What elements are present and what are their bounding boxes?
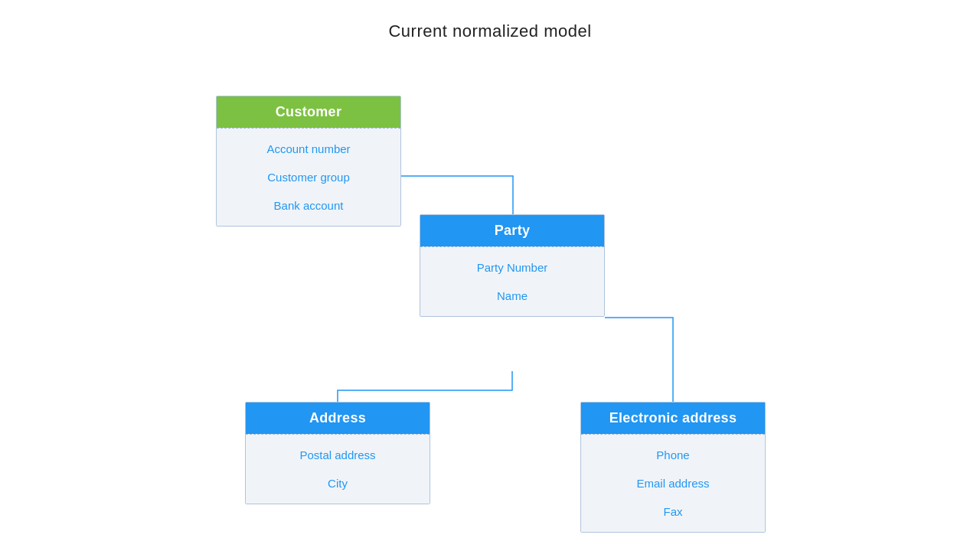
customer-to-party-line: [401, 176, 513, 214]
entity-address: Address Postal address City: [245, 402, 430, 504]
diagram-area: Customer Account number Customer group B…: [0, 54, 980, 551]
electronic-field-email: Email address: [581, 469, 765, 497]
entity-electronic-address: Electronic address Phone Email address F…: [580, 402, 766, 533]
party-to-electronic-line: [605, 318, 673, 402]
electronic-body: Phone Email address Fax: [581, 434, 765, 532]
party-field-party-number: Party Number: [420, 253, 604, 282]
customer-field-bank-account: Bank account: [217, 191, 400, 220]
customer-field-customer-group: Customer group: [217, 163, 400, 191]
party-to-address-line: [338, 371, 512, 402]
address-field-city: City: [246, 469, 430, 497]
address-header: Address: [246, 403, 430, 434]
address-field-postal: Postal address: [246, 441, 430, 469]
address-body: Postal address City: [246, 434, 430, 504]
electronic-field-phone: Phone: [581, 441, 765, 469]
customer-field-account-number: Account number: [217, 135, 400, 163]
party-field-name: Name: [420, 282, 604, 310]
party-body: Party Number Name: [420, 246, 604, 316]
page-title: Current normalized model: [0, 0, 980, 41]
party-header: Party: [420, 215, 604, 246]
entity-customer: Customer Account number Customer group B…: [216, 96, 401, 227]
electronic-header: Electronic address: [581, 403, 765, 434]
customer-header: Customer: [217, 96, 400, 128]
electronic-field-fax: Fax: [581, 497, 765, 526]
customer-body: Account number Customer group Bank accou…: [217, 128, 400, 226]
entity-party: Party Party Number Name: [420, 214, 605, 317]
